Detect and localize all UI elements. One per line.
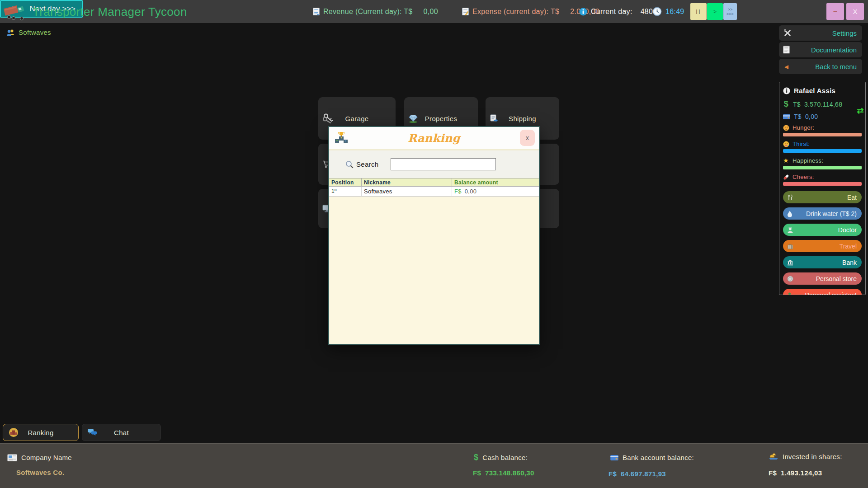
fast-forward-button[interactable]: >>>>> — [723, 3, 737, 20]
revenue-stat: Revenue (Current day): T$ 0,00 — [313, 0, 438, 23]
documentation-label: Documentation — [811, 46, 857, 54]
pause-button[interactable]: II — [690, 3, 707, 20]
app-title: Transporter Manager Tycoon — [33, 5, 187, 19]
eat-button[interactable]: Eat — [783, 191, 862, 203]
shares-group: Invested in shares: — [769, 453, 842, 460]
bank-amount: 0,00 — [805, 113, 818, 120]
current-day-value: 480 — [641, 8, 653, 16]
droplet-icon — [787, 210, 793, 217]
personal-assistant-button[interactable]: Personal assistant — [783, 289, 862, 295]
cash-amount: 3.570.114,68 — [804, 101, 842, 108]
doctor-icon — [787, 227, 793, 233]
tab-ranking[interactable]: Ranking — [3, 424, 79, 441]
settings-button[interactable]: Settings — [779, 25, 862, 41]
shares-currency: F$ — [769, 469, 777, 477]
hunger-bar — [783, 133, 862, 136]
cash-currency: F$ — [473, 469, 481, 477]
company-name-group: Company Name — [7, 454, 72, 461]
cash-currency: T$ — [793, 101, 801, 108]
shares-amount: 1.493.124,03 — [781, 469, 822, 477]
time-value: 16:49 — [665, 8, 684, 16]
search-input[interactable] — [391, 158, 496, 170]
shares-label: Invested in shares: — [783, 453, 842, 460]
pill-icon — [783, 174, 789, 180]
revenue-label: Revenue (Current day): T$ — [323, 8, 413, 16]
star-icon: ★ — [783, 157, 789, 164]
bank-currency: T$ — [794, 113, 802, 120]
company-name-label: Company Name — [21, 454, 72, 461]
player-bank-row: T$ 0,00 — [783, 113, 862, 120]
ranking-table-header: Position Nickname Balance amount — [329, 178, 539, 187]
coin-icon — [787, 276, 793, 282]
properties-label: Properties — [425, 115, 457, 122]
tab-ranking-label: Ranking — [28, 429, 53, 436]
company-card-icon — [7, 454, 17, 461]
cash-dollar-icon: $ — [474, 453, 478, 462]
doctor-button[interactable]: Doctor — [783, 224, 862, 236]
bank-label: Bank — [842, 259, 857, 266]
current-day-stat: Current day: 480 — [579, 0, 653, 23]
game-window: Transporter Manager Tycoon Revenue (Curr… — [0, 0, 868, 488]
thirst-face-icon — [783, 141, 789, 147]
tab-chat[interactable]: Chat — [82, 424, 161, 441]
personal-store-label: Personal store — [816, 275, 857, 282]
row-balance-amount: 0,00 — [465, 188, 477, 195]
gem-icon — [408, 114, 418, 123]
column-balance: Balance amount — [452, 178, 539, 187]
garage-label: Garage — [345, 115, 369, 122]
cash-amount: 733.148.860,30 — [485, 469, 534, 477]
row-position: 1º — [329, 187, 362, 196]
company-tag: Softwaves — [6, 28, 51, 36]
column-nickname: Nickname — [362, 178, 452, 187]
info-icon — [579, 8, 587, 16]
drink-water-button[interactable]: Drink water (T$ 2) — [783, 207, 862, 220]
play-button[interactable]: > — [707, 3, 723, 20]
close-window-button[interactable]: X — [846, 3, 864, 20]
people-icon — [6, 29, 15, 36]
app-brand: Transporter Manager Tycoon — [4, 1, 187, 23]
ranking-modal-header: Ranking x — [329, 127, 539, 149]
player-cash-row: $ T$ 3.570.114,68 — [783, 99, 862, 109]
hunger-label-row: Hunger: — [783, 124, 862, 131]
swap-money-icon[interactable]: ⇄ — [857, 106, 864, 116]
expense-doc-icon — [462, 8, 469, 15]
travel-button[interactable]: Travel — [783, 240, 862, 252]
cash-balance-value: F$733.148.860,30 — [473, 469, 534, 477]
fast-forward-top: >> — [728, 7, 733, 12]
minimize-button[interactable]: – — [826, 3, 844, 20]
company-name-value: Softwaves Co. — [16, 469, 64, 476]
documentation-button[interactable]: Documentation — [779, 42, 862, 57]
row-balance: F$0,00 — [452, 187, 539, 196]
eat-label: Eat — [847, 194, 857, 201]
cheers-bar — [783, 182, 862, 186]
bank-balance-group: Bank account balance: — [610, 454, 694, 461]
player-panel: Rafael Assis $ T$ 3.570.114,68 T$ 0,00 ⇄ — [779, 82, 866, 295]
doctor-label: Doctor — [838, 226, 857, 234]
cash-balance-group: $ Cash balance: — [474, 453, 528, 462]
bank-button[interactable]: Bank — [783, 256, 862, 268]
ranking-close-button[interactable]: x — [520, 130, 535, 146]
topbar: Transporter Manager Tycoon Revenue (Curr… — [0, 0, 868, 23]
thirst-label: Thirst: — [793, 141, 810, 147]
cheers-label: Cheers: — [793, 174, 814, 180]
shares-value: F$1.493.124,03 — [769, 469, 822, 477]
gold-shares-icon — [769, 453, 778, 460]
back-to-menu-button[interactable]: ◄ Back to menu — [779, 59, 862, 74]
revenue-value: 0,00 — [424, 8, 438, 16]
ranking-modal: Ranking x Search Position Nickname Balan… — [328, 126, 540, 345]
keys-icon — [322, 113, 335, 124]
ranking-modal-title: Ranking — [329, 131, 539, 145]
travel-label: Travel — [840, 243, 857, 250]
cutlery-icon — [787, 194, 793, 201]
bank-balance-label: Bank account balance: — [623, 454, 694, 461]
bank-building-icon — [787, 259, 793, 266]
dollar-icon: $ — [783, 99, 789, 109]
personal-assistant-label: Personal assistant — [805, 291, 857, 296]
personal-store-button[interactable]: Personal store — [783, 272, 862, 285]
happiness-label: Happiness: — [793, 157, 823, 164]
ranking-search-bar: Search — [329, 149, 539, 178]
credit-card-icon — [783, 114, 790, 119]
player-name: Rafael Assis — [794, 87, 835, 94]
column-position: Position — [329, 178, 362, 187]
bank-amount: 64.697.871,93 — [621, 470, 666, 478]
